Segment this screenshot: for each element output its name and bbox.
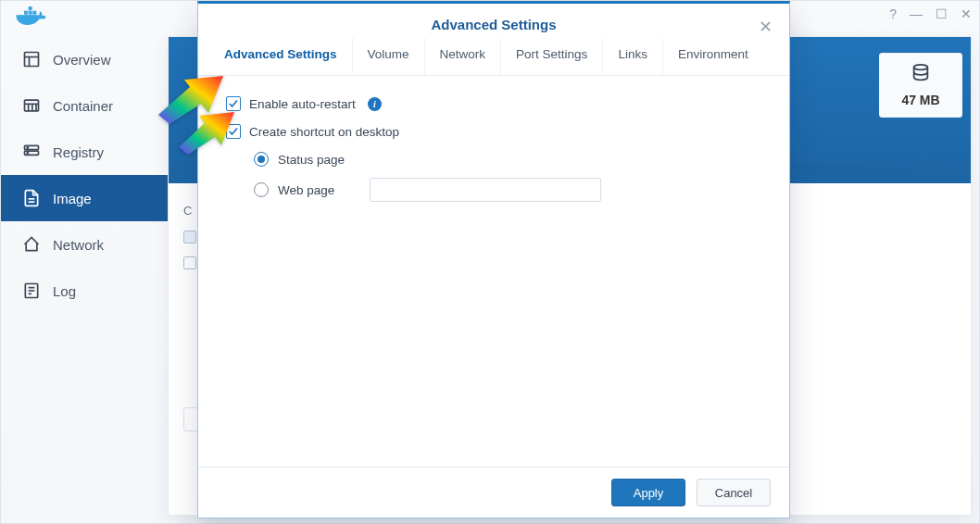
sidebar-item-registry[interactable]: Registry: [1, 129, 168, 175]
image-size-value: 47 MB: [901, 93, 939, 107]
status-page-row: Status page: [254, 152, 761, 167]
modal-title: Advanced Settings: [198, 4, 789, 38]
stub-box: [183, 256, 196, 269]
sidebar-item-overview[interactable]: Overview: [1, 36, 168, 82]
sidebar-item-label: Overview: [53, 52, 111, 68]
svg-rect-8: [25, 53, 39, 67]
stub-letter: C: [183, 204, 192, 218]
sidebar-item-label: Network: [53, 237, 104, 253]
sidebar-item-label: Log: [53, 283, 76, 299]
sidebar: Overview Container Registry Image Networ…: [1, 36, 168, 314]
sidebar-item-label: Image: [53, 191, 92, 206]
cancel-button[interactable]: Cancel: [697, 479, 771, 506]
close-icon[interactable]: ✕: [759, 17, 773, 37]
shortcut-row: Create shortcut on desktop: [226, 124, 761, 139]
tab-environment[interactable]: Environment: [663, 38, 763, 75]
help-icon[interactable]: ?: [889, 6, 897, 21]
info-icon[interactable]: i: [368, 97, 382, 111]
window-controls: ? — ☐ ✕: [889, 6, 972, 21]
modal-tabs: Advanced Settings Volume Network Port Se…: [198, 38, 789, 76]
web-page-radio[interactable]: [254, 182, 269, 197]
tab-volume[interactable]: Volume: [353, 38, 425, 75]
svg-point-26: [914, 65, 928, 70]
status-page-radio[interactable]: [254, 152, 269, 167]
tab-port-settings[interactable]: Port Settings: [501, 38, 603, 75]
database-icon: [911, 63, 931, 87]
log-icon: [21, 281, 42, 301]
shortcut-label: Create shortcut on desktop: [249, 125, 399, 139]
tab-links[interactable]: Links: [603, 38, 663, 75]
overview-icon: [21, 49, 42, 69]
sidebar-item-network[interactable]: Network: [1, 221, 168, 268]
minimize-icon[interactable]: —: [910, 6, 923, 21]
tab-advanced-settings[interactable]: Advanced Settings: [209, 38, 353, 75]
web-page-url-input[interactable]: [370, 178, 601, 202]
docker-logo-icon: [16, 6, 47, 29]
registry-icon: [21, 142, 42, 162]
status-page-label: Status page: [278, 153, 345, 167]
background-stubs: C: [183, 204, 196, 269]
svg-rect-4: [24, 11, 28, 15]
maximize-icon[interactable]: ☐: [936, 6, 948, 21]
advanced-settings-modal: Advanced Settings ✕ Advanced Settings Vo…: [197, 1, 790, 518]
shortcut-checkbox[interactable]: [226, 124, 241, 139]
sidebar-item-container[interactable]: Container: [1, 82, 168, 129]
image-icon: [21, 188, 42, 208]
apply-button[interactable]: Apply: [611, 479, 685, 506]
close-window-icon[interactable]: ✕: [961, 6, 972, 21]
network-icon: [21, 234, 42, 255]
modal-footer: Apply Cancel: [198, 467, 789, 518]
auto-restart-checkbox[interactable]: [226, 96, 241, 111]
sidebar-item-label: Container: [53, 98, 113, 114]
container-icon: [21, 95, 42, 116]
shortcut-radio-group: Status page Web page: [226, 152, 761, 202]
stub-box: [183, 231, 196, 243]
svg-rect-7: [29, 6, 32, 10]
auto-restart-label: Enable auto-restart: [249, 97, 356, 111]
svg-rect-6: [32, 11, 36, 15]
modal-body: Enable auto-restart i Create shortcut on…: [198, 76, 789, 467]
app-window: ? — ☐ ✕ Overview Container Registry: [0, 0, 980, 524]
sidebar-item-label: Registry: [53, 144, 104, 160]
image-size-card: 47 MB: [879, 53, 962, 118]
tab-network[interactable]: Network: [425, 38, 502, 75]
svg-rect-5: [29, 11, 32, 15]
svg-point-19: [27, 153, 28, 154]
sidebar-item-image[interactable]: Image: [1, 175, 168, 221]
web-page-row: Web page: [254, 178, 761, 202]
svg-point-18: [27, 147, 28, 148]
web-page-label: Web page: [278, 183, 334, 197]
sidebar-item-log[interactable]: Log: [1, 268, 168, 314]
auto-restart-row: Enable auto-restart i: [226, 96, 761, 111]
